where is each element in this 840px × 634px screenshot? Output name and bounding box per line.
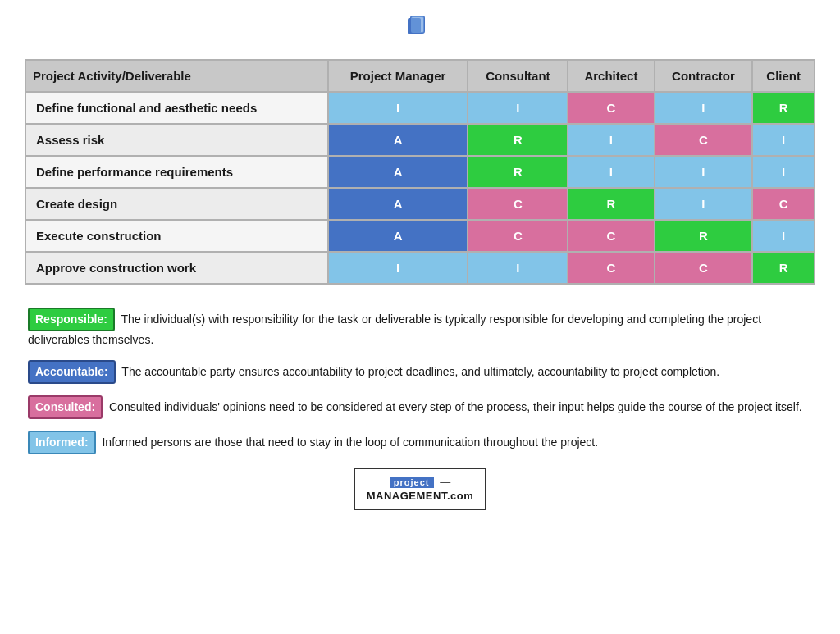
raci-cell-r4-c3: R — [655, 220, 753, 252]
logo-dash: — — [437, 476, 451, 488]
logo-bottom-label: MANAGEMENT.com — [367, 490, 474, 502]
raci-cell-r4-c0: A — [328, 220, 468, 252]
raci-cell-r0-c0: I — [328, 92, 468, 124]
col-header-5: Client — [752, 60, 815, 92]
table-header-row: Project Activity/DeliverableProject Mana… — [25, 60, 815, 92]
raci-cell-r1-c0: A — [328, 124, 468, 156]
table-row: Approve construction workIICCR — [25, 252, 815, 284]
raci-cell-r2-c2: I — [568, 156, 654, 188]
table-row: Define functional and aesthetic needsIIC… — [25, 92, 815, 124]
legend-label-2: Consulted: — [28, 395, 103, 419]
raci-cell-r0-c1: I — [468, 92, 568, 124]
raci-cell-r3-c4: C — [752, 188, 815, 220]
legend-item-2: Consulted: Consulted individuals' opinio… — [28, 395, 812, 419]
legend-item-3: Informed: Informed persons are those tha… — [28, 431, 812, 454]
legend-label-0: Responsible: — [28, 308, 115, 331]
raci-cell-r2-c0: A — [328, 156, 468, 188]
document-icon — [404, 16, 427, 39]
raci-cell-r1-c4: I — [752, 124, 815, 156]
raci-cell-r5-c0: I — [328, 252, 468, 284]
table-row: Define performance requirementsARIII — [25, 156, 815, 188]
raci-cell-r0-c3: I — [655, 92, 753, 124]
activity-cell-0: Define functional and aesthetic needs — [25, 92, 328, 124]
legend-label-1: Accountable: — [28, 360, 116, 384]
title-area — [25, 16, 815, 39]
raci-cell-r0-c2: C — [568, 92, 654, 124]
raci-cell-r5-c4: R — [752, 252, 815, 284]
raci-cell-r4-c1: C — [468, 220, 568, 252]
raci-cell-r2-c1: R — [468, 156, 568, 188]
col-header-0: Project Activity/Deliverable — [25, 60, 328, 92]
table-row: Execute constructionACCRI — [25, 220, 815, 252]
raci-cell-r5-c2: C — [568, 252, 654, 284]
legend-item-1: Accountable: The accountable party ensur… — [28, 360, 812, 384]
logo-top-label: project — [390, 477, 434, 488]
raci-cell-r2-c3: I — [655, 156, 753, 188]
legend-item-0: Responsible: The individual(s) with resp… — [28, 308, 812, 349]
raci-matrix-table: Project Activity/DeliverableProject Mana… — [25, 59, 815, 285]
raci-cell-r3-c0: A — [328, 188, 468, 220]
raci-cell-r3-c2: R — [568, 188, 654, 220]
logo-box: project — MANAGEMENT.com — [354, 468, 487, 510]
activity-cell-4: Execute construction — [25, 220, 328, 252]
activity-cell-3: Create design — [25, 188, 328, 220]
raci-cell-r0-c4: R — [752, 92, 815, 124]
raci-cell-r1-c1: R — [468, 124, 568, 156]
footer-logo: project — MANAGEMENT.com — [25, 468, 815, 510]
raci-cell-r5-c1: I — [468, 252, 568, 284]
raci-cell-r3-c3: I — [655, 188, 753, 220]
raci-cell-r2-c4: I — [752, 156, 815, 188]
activity-cell-2: Define performance requirements — [25, 156, 328, 188]
activity-cell-1: Assess risk — [25, 124, 328, 156]
table-row: Assess riskARICI — [25, 124, 815, 156]
col-header-3: Architect — [568, 60, 654, 92]
raci-cell-r3-c1: C — [468, 188, 568, 220]
col-header-4: Contractor — [655, 60, 753, 92]
col-header-1: Project Manager — [328, 60, 468, 92]
svg-rect-2 — [411, 16, 424, 33]
legend-label-3: Informed: — [28, 431, 96, 454]
raci-cell-r5-c3: C — [655, 252, 753, 284]
activity-cell-5: Approve construction work — [25, 252, 328, 284]
table-row: Create designACRIC — [25, 188, 815, 220]
raci-cell-r1-c3: C — [655, 124, 753, 156]
legend-section: Responsible: The individual(s) with resp… — [25, 308, 815, 454]
raci-cell-r1-c2: I — [568, 124, 654, 156]
col-header-2: Consultant — [468, 60, 568, 92]
raci-cell-r4-c2: C — [568, 220, 654, 252]
raci-cell-r4-c4: I — [752, 220, 815, 252]
